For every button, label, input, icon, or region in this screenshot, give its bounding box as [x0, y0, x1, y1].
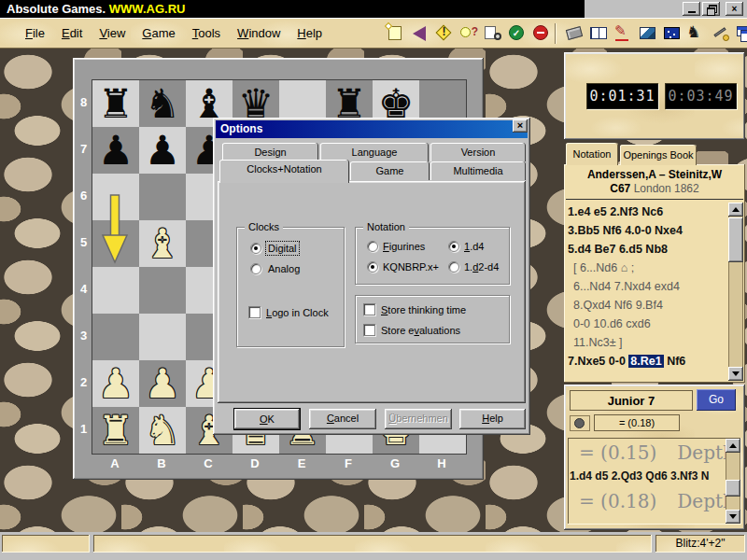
tab-openings-book[interactable]: Openings Book [620, 145, 697, 165]
window-controls: × [683, 2, 743, 16]
square-b4[interactable] [139, 267, 186, 314]
move-line[interactable]: 5.d4 Be7 6.d5 Nb8 [568, 240, 728, 259]
black-clock: 0:03:49 [665, 83, 737, 109]
piece-black-P-a7[interactable]: ♟ [92, 127, 139, 174]
move-arrow [92, 193, 138, 266]
engine-eval-display: = (0.18) [594, 414, 680, 431]
tab-language[interactable]: Language [320, 143, 429, 161]
square-a3[interactable] [92, 314, 139, 360]
minimize-icon[interactable] [683, 2, 700, 16]
flip-board-icon[interactable] [409, 23, 430, 43]
store-evaluations-label[interactable]: Store evaluations [381, 324, 460, 337]
dialog-title-bar[interactable]: Options [216, 120, 528, 138]
engine-scrollbar[interactable] [726, 439, 740, 524]
move-line[interactable]: 3.Bb5 Nf6 4.0-0 Nxe4 [568, 221, 728, 240]
notation-scrollbar[interactable] [728, 203, 743, 381]
knight-engine-icon[interactable]: ♞ [685, 23, 707, 43]
menu-game[interactable]: Game [134, 24, 183, 42]
store-evaluations-checkbox[interactable] [363, 324, 375, 336]
tools-icon[interactable] [710, 23, 731, 43]
restore-icon[interactable] [702, 2, 720, 16]
short-notation-label[interactable]: 1.d4 [464, 240, 484, 253]
scroll-up-icon[interactable] [728, 203, 743, 217]
piece-white-B-b5[interactable]: ♝ [139, 220, 186, 267]
move-list[interactable]: 1.e4 e5 2.Nf3 Nc6 3.Bb5 Nf6 4.0-0 Nxe4 5… [568, 203, 728, 371]
engine-stop-icon[interactable] [530, 23, 552, 43]
current-move-line[interactable]: 7.Nxe5 0-0 8.Re1 Nf6 [568, 352, 728, 371]
tab-clocks-notation[interactable]: Clocks+Notation [219, 160, 349, 183]
variation-line[interactable]: 6...Nd4 7.Nxd4 exd4 [568, 277, 728, 296]
tab-game[interactable]: Game [350, 161, 430, 180]
menu-view[interactable]: View [91, 24, 134, 42]
annotate-pen-icon[interactable]: ✎ [613, 23, 634, 43]
rank-label-8: 8 [76, 79, 92, 126]
tab-notation[interactable]: Notation [566, 143, 618, 165]
close-icon[interactable]: × [726, 2, 743, 16]
new-game-icon[interactable] [385, 23, 406, 43]
engine-ok-icon[interactable]: ✓ [506, 23, 528, 43]
letters-radio-label[interactable]: KQNBRP.x+ [383, 260, 439, 273]
variation-line[interactable]: 11.Nc3± ] [568, 333, 728, 352]
variation-line[interactable]: [ 6...Nd6 ⌂ ; [568, 259, 728, 277]
long-notation-label[interactable]: 1.d2-d4 [464, 260, 499, 273]
toolbar-separator [555, 23, 557, 44]
piece-white-P-a2[interactable]: ♟ [92, 360, 139, 407]
short-notation-radio[interactable] [448, 241, 459, 252]
analog-radio-label[interactable]: Analog [268, 262, 300, 275]
openings-book-icon[interactable] [588, 23, 610, 43]
hint-icon[interactable]: ? [458, 23, 479, 43]
logo-in-clock-label[interactable]: Logo in Clock [266, 306, 329, 319]
piece-white-R-a1[interactable]: ♜ [92, 407, 139, 454]
screen-icon[interactable] [661, 23, 683, 43]
dialog-close-icon[interactable]: × [513, 119, 528, 133]
piece-black-P-b7[interactable]: ♟ [139, 127, 186, 174]
square-b3[interactable] [139, 314, 186, 360]
help-button[interactable]: Help [459, 409, 526, 429]
engine-output[interactable]: = (0.15)Depth 1.d4 d5 2.Qd3 Qd6 3.Nf3 N … [568, 438, 741, 525]
figurines-radio-label[interactable]: Figurines [383, 240, 425, 253]
scroll-down-icon[interactable] [728, 367, 743, 381]
variation-line[interactable]: 0-0 10.d6 cxd6 [568, 315, 728, 333]
tile-windows-icon[interactable] [734, 23, 747, 43]
current-move-highlight[interactable]: 8.Re1 [628, 355, 663, 368]
cpu-engine-icon[interactable] [564, 23, 585, 43]
square-b6[interactable] [139, 174, 186, 220]
digital-radio[interactable] [250, 243, 261, 254]
move-line[interactable]: 1.e4 e5 2.Nf3 Nc6 [568, 203, 728, 221]
scroll-down-icon[interactable] [726, 510, 740, 524]
piece-white-N-b1[interactable]: ♞ [139, 407, 186, 454]
notation-scroll-thumb[interactable] [728, 217, 743, 262]
store-thinking-time-label[interactable]: Store thinking time [381, 303, 466, 316]
piece-white-P-b2[interactable]: ♟ [139, 360, 186, 407]
menu-help[interactable]: Help [289, 24, 331, 42]
long-notation-radio[interactable] [448, 261, 459, 273]
tab-design[interactable]: Design [222, 143, 318, 161]
engine-scroll-thumb[interactable] [726, 480, 740, 497]
variation-line[interactable]: 8.Qxd4 Nf6 9.Bf4 [568, 296, 728, 315]
piece-black-R-a8[interactable]: ♜ [92, 80, 139, 127]
scroll-up-icon[interactable] [726, 439, 740, 453]
menu-edit[interactable]: Edit [53, 24, 91, 42]
digital-radio-label[interactable]: Digital [266, 242, 299, 255]
menu-tools[interactable]: Tools [184, 24, 229, 42]
figurines-radio[interactable] [367, 241, 378, 252]
menu-file[interactable]: File [17, 24, 53, 42]
go-button[interactable]: Go [697, 389, 736, 411]
letters-radio[interactable] [367, 261, 378, 273]
store-thinking-time-checkbox[interactable] [363, 303, 375, 315]
analyze-icon[interactable] [482, 23, 503, 43]
logo-in-clock-checkbox[interactable] [248, 306, 261, 318]
cancel-button[interactable]: Cancel [309, 409, 376, 429]
analog-radio[interactable] [250, 263, 261, 274]
tab-version[interactable]: Version [430, 143, 526, 161]
rank-label-4: 4 [76, 266, 92, 313]
square-a4[interactable] [92, 267, 139, 314]
menu-window[interactable]: Window [229, 24, 289, 42]
event-text: London 1862 [634, 182, 699, 195]
board-picture-icon[interactable] [637, 23, 658, 43]
tab-multimedia[interactable]: Multimedia [430, 161, 526, 180]
ok-button[interactable]: OK [233, 408, 301, 430]
warning-icon[interactable]: ! [433, 23, 455, 43]
file-label-H: H [418, 455, 465, 473]
piece-black-N-b8[interactable]: ♞ [139, 80, 186, 127]
